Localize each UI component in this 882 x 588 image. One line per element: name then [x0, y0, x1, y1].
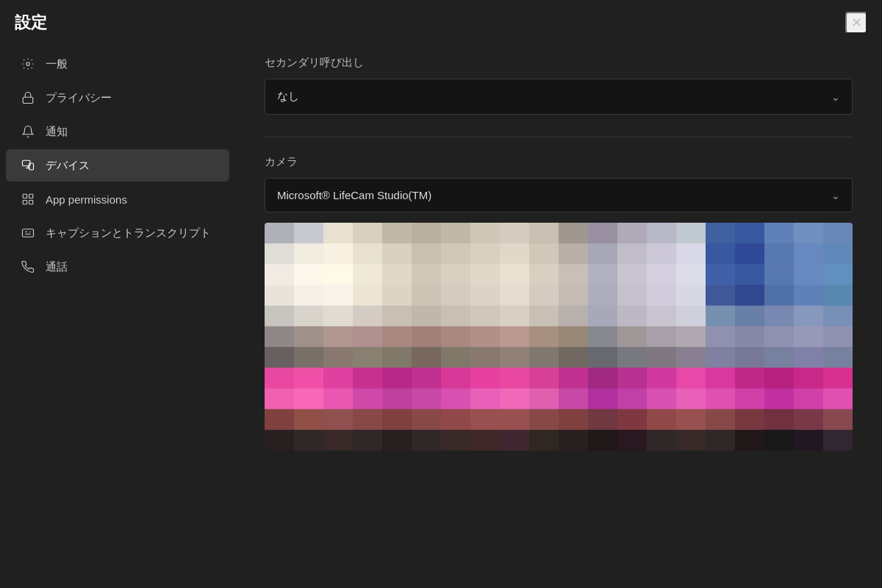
svg-rect-7 — [29, 201, 33, 204]
grid-icon — [21, 192, 35, 207]
svg-rect-1 — [23, 97, 33, 103]
svg-rect-4 — [23, 194, 26, 198]
title-bar: 設定 ✕ — [0, 0, 882, 41]
bell-icon — [21, 124, 35, 139]
devices-icon — [21, 158, 35, 173]
svg-rect-8 — [23, 229, 34, 237]
sidebar-item-devices[interactable]: デバイス — [6, 149, 229, 182]
sidebar-label-privacy: プライバシー — [46, 91, 112, 105]
phone-icon — [21, 259, 35, 274]
sidebar-label-captions: キャプションとトランスクリプト — [46, 226, 211, 240]
chevron-down-icon-camera: ⌄ — [831, 190, 840, 201]
svg-rect-5 — [29, 194, 33, 198]
camera-value: Microsoft® LifeCam Studio(TM) — [277, 189, 431, 201]
camera-preview — [265, 223, 853, 451]
sidebar-label-app-permissions: App permissions — [46, 193, 127, 206]
sidebar-label-general: 一般 — [46, 57, 68, 71]
close-button[interactable]: ✕ — [845, 12, 867, 34]
section-divider — [265, 137, 853, 137]
secondary-call-dropdown[interactable]: なし ⌄ — [265, 79, 853, 115]
sidebar-label-devices: デバイス — [46, 159, 90, 173]
sidebar-item-notifications[interactable]: 通知 — [6, 115, 229, 148]
sidebar-item-captions[interactable]: キャプションとトランスクリプト — [6, 217, 229, 249]
chevron-down-icon: ⌄ — [831, 91, 840, 103]
captions-icon — [21, 226, 35, 240]
camera-section: カメラ Microsoft® LifeCam Studio(TM) ⌄ — [265, 155, 853, 451]
secondary-call-label: セカンダリ呼び出し — [265, 56, 853, 70]
camera-canvas — [265, 223, 853, 451]
camera-dropdown[interactable]: Microsoft® LifeCam Studio(TM) ⌄ — [265, 178, 853, 212]
sidebar-label-notifications: 通知 — [46, 125, 68, 139]
gear-icon — [21, 57, 35, 71]
sidebar-item-app-permissions[interactable]: App permissions — [6, 183, 229, 215]
secondary-call-value: なし — [277, 90, 299, 104]
sidebar-label-calls: 通話 — [46, 260, 68, 274]
content-area: 一般 プライバシー 通知 デバイス — [0, 41, 882, 588]
sidebar-item-privacy[interactable]: プライバシー — [6, 82, 229, 114]
camera-label: カメラ — [265, 155, 853, 169]
window-title: 設定 — [15, 12, 47, 34]
lock-icon — [21, 90, 35, 105]
svg-rect-3 — [29, 163, 34, 170]
main-content: セカンダリ呼び出し なし ⌄ カメラ Microsoft® LifeCam St… — [235, 41, 882, 588]
sidebar-item-calls[interactable]: 通話 — [6, 251, 229, 283]
secondary-call-section: セカンダリ呼び出し なし ⌄ — [265, 56, 853, 115]
sidebar-item-general[interactable]: 一般 — [6, 48, 229, 80]
svg-rect-6 — [23, 201, 26, 204]
settings-window: 設定 ✕ 一般 プライバシー 通知 — [0, 0, 882, 588]
svg-point-0 — [26, 62, 30, 66]
sidebar: 一般 プライバシー 通知 デバイス — [0, 41, 235, 588]
